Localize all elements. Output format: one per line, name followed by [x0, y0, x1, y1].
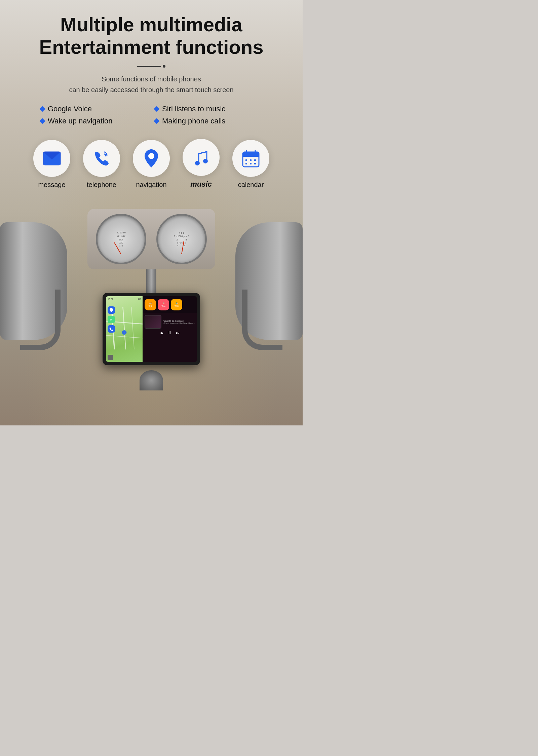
food-app-icon: 🍜 美食 [145, 299, 156, 310]
subtitle: Some functions of mobile phones can be e… [20, 74, 282, 95]
music-icon [192, 148, 210, 167]
icon-item-message: message [33, 140, 70, 189]
grid-icon [108, 355, 113, 360]
bullet-diamond [154, 106, 160, 112]
icon-item-calendar: calendar [232, 140, 269, 189]
divider-line [137, 66, 161, 67]
handlebar-inner-right [242, 290, 282, 350]
screen-map-panel: 10:30 4G [106, 296, 143, 362]
icon-label-telephone: telephone [87, 181, 116, 189]
screen-status-bar: 10:30 4G [108, 298, 141, 300]
feature-phone-calls: Making phone calls [155, 117, 262, 125]
svg-point-4 [195, 161, 200, 165]
main-title: Multiple multimedia Entertainment functi… [20, 13, 282, 58]
music-player: want to go no more Cherly Lownoise, Re-S… [143, 313, 197, 362]
svg-rect-16 [254, 163, 256, 164]
device-signal: 4G [138, 298, 141, 300]
k-app-icon: K [108, 316, 115, 323]
rpm-gauge: 4 5 6 3 x1000rpm 7 2 8 1 FUEL 9 0 10 [156, 214, 207, 264]
music-title: want to go no more [163, 320, 195, 322]
title-line2: Entertainment functions [39, 36, 263, 58]
handlebar-stem [146, 269, 156, 296]
subtitle-line2: can be easily accessed through the smart… [69, 86, 233, 93]
handlebar-inner-left [20, 290, 61, 350]
divider-dot [163, 65, 165, 68]
content-area: Multiple multimedia Entertainment functi… [0, 0, 303, 189]
icon-item-navigation: navigation [133, 140, 170, 189]
maps-app-icon [108, 306, 115, 314]
feature-siri-music: Siri listens to music [155, 105, 262, 113]
svg-rect-8 [243, 155, 259, 157]
bullet-diamond [40, 106, 45, 112]
screen-right-panel: 🍜 美食 🧋 饮品 🛍️ 购物 [143, 296, 197, 362]
svg-rect-13 [254, 159, 256, 161]
speedometer-gauge: 40 60 80 20 100 km/h 120 140 [96, 214, 146, 264]
feature-google-voice: Google Voice [40, 105, 148, 113]
music-text: want to go no more Cherly Lownoise, Re-S… [163, 320, 195, 324]
rpm-label: 4 5 6 3 x1000rpm 7 2 8 1 FUEL 9 0 10 [174, 231, 190, 247]
prev-button[interactable]: ⏮ [160, 331, 163, 335]
icon-item-telephone: telephone [83, 140, 120, 189]
svg-line-18 [123, 307, 125, 349]
svg-rect-14 [245, 163, 247, 164]
feature-label: Google Voice [48, 105, 92, 113]
speedometer-label: 40 60 80 20 100 km/h 120 140 [116, 231, 125, 247]
front-navigation [140, 370, 163, 390]
drinks-label: 饮品 [161, 305, 165, 308]
svg-rect-15 [250, 163, 252, 164]
icon-circle-telephone [83, 140, 120, 177]
bullet-diamond [40, 118, 45, 124]
feature-label: Wake up navigation [48, 117, 112, 125]
icon-label-message: message [38, 181, 65, 189]
navigation-icon [143, 149, 160, 168]
divider [20, 65, 282, 68]
icon-label-calendar: calendar [238, 181, 264, 189]
message-icon [43, 151, 61, 166]
device-time: 10:30 [108, 298, 114, 300]
svg-rect-12 [250, 159, 252, 161]
next-button[interactable]: ⏭ [176, 331, 180, 335]
app-icons-top: 🍜 美食 🧋 饮品 🛍️ 购物 [143, 296, 197, 313]
icons-row: message telephone [20, 139, 282, 189]
food-label: 美食 [148, 305, 152, 308]
svg-line-20 [106, 335, 143, 338]
music-artist: Cherly Lownoise, Re-Style, Ricar... [163, 322, 195, 324]
icon-circle-music [183, 139, 220, 176]
device-mount: 10:30 4G [103, 293, 200, 365]
drinks-app-icon: 🧋 饮品 [158, 299, 169, 310]
subtitle-line1: Some functions of mobile phones [102, 75, 201, 83]
icon-circle-navigation [133, 140, 170, 177]
svg-point-22 [122, 330, 126, 335]
play-pause-button[interactable]: ⏸ [167, 330, 172, 335]
feature-navigation: Wake up navigation [40, 117, 148, 125]
bottom-app-grid [108, 355, 141, 360]
music-controls: ⏮ ⏸ ⏭ [145, 330, 195, 335]
page-container: Multiple multimedia Entertainment functi… [0, 0, 303, 425]
shopping-label: 购物 [175, 305, 179, 308]
device-body: 10:30 4G [103, 293, 200, 365]
bullet-diamond [154, 118, 160, 124]
svg-point-3 [148, 153, 154, 159]
phone-app-icon [108, 325, 115, 333]
feature-label: Making phone calls [162, 117, 225, 125]
device-section: 40 60 80 20 100 km/h 120 140 4 5 6 3 x10… [0, 195, 303, 390]
calendar-icon [242, 149, 260, 167]
shopping-app-icon: 🛍️ 购物 [171, 299, 182, 310]
icon-item-music: music [183, 139, 220, 189]
app-icons-left: K [108, 306, 115, 333]
icon-circle-calendar [232, 140, 269, 177]
icon-circle-message [33, 140, 70, 177]
music-cover-art [145, 315, 161, 329]
icon-label-navigation: navigation [136, 181, 166, 189]
feature-label: Siri listens to music [162, 105, 225, 113]
svg-point-5 [203, 159, 208, 163]
svg-rect-11 [245, 159, 247, 161]
phone-small-icon [109, 327, 113, 331]
svg-line-21 [131, 307, 134, 349]
title-line1: Multiple multimedia [60, 13, 242, 35]
music-info: want to go no more Cherly Lownoise, Re-S… [145, 315, 195, 329]
icon-label-music: music [190, 180, 212, 189]
telephone-icon [92, 149, 111, 168]
maps-icon [109, 308, 114, 312]
features-list: Google Voice Siri listens to music Wake … [34, 105, 269, 125]
